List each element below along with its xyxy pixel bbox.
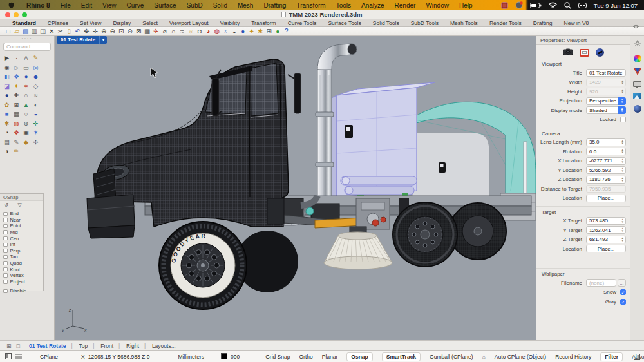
toolbar-icon[interactable]: ● — [274, 27, 283, 35]
toolbar-tab[interactable]: Transform — [245, 20, 281, 26]
toolbar-icon[interactable]: ▦ — [143, 27, 152, 35]
tool-icon[interactable]: ◇ — [31, 82, 41, 91]
display-mode-icon[interactable] — [596, 48, 604, 57]
cplane-pane-icon[interactable] — [5, 353, 12, 361]
toolbar-tab[interactable]: Drafting — [527, 20, 558, 26]
toolbar-icon[interactable]: ✥ — [82, 27, 91, 35]
panel-drag-handle[interactable]: ···· — [0, 36, 54, 41]
toolbar-icon[interactable]: ◕ — [204, 27, 213, 35]
checkbox[interactable] — [3, 289, 8, 294]
tool-icon[interactable]: ✚ — [12, 91, 21, 100]
menubar-clock[interactable]: Tue 9 Jan 12:07 — [594, 2, 638, 9]
checkbox[interactable] — [3, 224, 8, 229]
toolbar-tab[interactable]: SubD Tools — [405, 20, 444, 26]
osnap-option[interactable]: Project — [3, 279, 43, 285]
tool-icon[interactable]: ≈ — [31, 91, 41, 100]
z-location-field[interactable]: 1180.736▲▼ — [586, 176, 626, 184]
tool-icon[interactable]: ● — [2, 91, 12, 100]
tool-icon[interactable]: ❖ — [12, 72, 21, 82]
gear-icon[interactable] — [634, 37, 641, 49]
tool-icon[interactable]: ◎ — [31, 63, 41, 73]
osnap-option[interactable]: Cen — [3, 235, 43, 242]
rotation-field[interactable]: 0.0▲▼ — [586, 148, 626, 155]
tool-icon[interactable]: ∙ — [12, 53, 21, 63]
viewport-canvas[interactable]: 01 Test Rotate ▼ — [55, 36, 536, 340]
toolbar-icon[interactable]: ☼ — [187, 27, 196, 35]
toolbar-icon[interactable]: ✦ — [247, 27, 256, 35]
x-target-field[interactable]: 573.485▲▼ — [586, 217, 626, 225]
tool-icon[interactable]: ▶ — [2, 53, 12, 63]
toolbar-icon[interactable]: ✈ — [152, 27, 161, 35]
tool-icon[interactable]: ✛ — [31, 119, 41, 129]
y-target-field[interactable]: 1263.041▲▼ — [586, 226, 626, 234]
toolbar-tab[interactable]: Display — [107, 20, 137, 26]
tool-icon[interactable]: ◍ — [12, 119, 21, 129]
statusbar-item[interactable]: Filter — [600, 352, 623, 361]
statusbar-item[interactable]: SmartTrack — [382, 352, 421, 361]
toolbar-icon[interactable]: ▱ — [13, 27, 22, 35]
menu-item[interactable]: Transform — [291, 2, 330, 9]
menu-item[interactable]: Surface — [149, 2, 181, 9]
control-center-icon[interactable] — [578, 3, 587, 8]
statusbar-item[interactable]: Gumball (CPlane) — [430, 354, 473, 360]
statusbar-item[interactable]: Ortho — [299, 354, 312, 360]
tool-icon[interactable]: ▤ — [2, 138, 12, 148]
tool-icon[interactable]: ✎ — [12, 138, 21, 148]
tool-icon[interactable]: ○ — [21, 110, 31, 119]
menu-item[interactable]: File — [55, 2, 76, 9]
tool-icon[interactable]: ⊕ — [21, 119, 31, 129]
statusbar-item[interactable]: Osnap — [346, 352, 372, 361]
tool-icon[interactable]: ▣ — [21, 128, 31, 138]
checkbox[interactable] — [3, 249, 8, 253]
tool-icon[interactable]: ▲ — [21, 100, 31, 110]
osnap-option[interactable]: Point — [3, 223, 43, 229]
toolbar-icon[interactable]: ● — [239, 27, 248, 35]
close-window-button[interactable] — [5, 12, 10, 17]
osnap-option[interactable]: Near — [3, 217, 43, 224]
list-pane-icon[interactable] — [15, 354, 22, 360]
command-input[interactable] — [3, 43, 51, 51]
menu-item[interactable]: Edit — [76, 2, 97, 9]
tool-icon[interactable]: ◪ — [2, 82, 12, 91]
tool-icon[interactable]: ■ — [2, 110, 12, 119]
viewport-single-icon[interactable]: □ — [17, 343, 20, 349]
statusbar-item[interactable]: Record History — [555, 354, 591, 360]
tool-icon[interactable]: ◆ — [21, 138, 31, 148]
toolbar-tab[interactable]: Surface Tools — [322, 20, 366, 26]
toolbar-icon[interactable]: ⊖ — [108, 27, 117, 35]
toolbar-icon[interactable]: ▥ — [30, 27, 39, 35]
toolbar-icon[interactable]: ? — [282, 27, 291, 35]
statusbar-item[interactable]: X -12068.15 Y 5686.988 Z 0 — [81, 354, 150, 360]
menu-item[interactable]: View — [97, 2, 122, 9]
toolbar-tab[interactable]: Visibility — [214, 20, 246, 26]
viewport-menu-arrow[interactable]: ▼ — [99, 36, 107, 44]
apple-menu-icon[interactable] — [8, 1, 15, 9]
statusbar-item[interactable]: Grid Snap — [265, 354, 290, 360]
tool-icon[interactable]: ⊞ — [12, 100, 21, 110]
menu-item[interactable]: Window — [421, 2, 454, 9]
osnap-option[interactable]: Vertex — [3, 272, 43, 279]
checkbox[interactable] — [3, 218, 8, 222]
menu-item[interactable]: Render — [390, 2, 421, 9]
gear-icon[interactable] — [633, 21, 639, 32]
display-monitor-icon[interactable] — [633, 81, 641, 87]
tool-icon[interactable]: ∩ — [21, 91, 31, 100]
toolbar-tab[interactable]: Set View — [74, 20, 107, 26]
menu-item[interactable]: Drafting — [258, 2, 291, 9]
toolbar-icon[interactable]: ✱ — [256, 27, 265, 35]
tool-icon[interactable]: ✏ — [12, 147, 21, 157]
tool-icon[interactable]: ✿ — [2, 100, 12, 110]
toolbar-icon[interactable]: ⊕ — [100, 27, 109, 35]
checkbox[interactable] — [3, 236, 8, 241]
tool-icon[interactable]: Λ — [21, 53, 31, 63]
menu-item[interactable]: Help — [454, 2, 478, 9]
tool-icon[interactable]: ✎ — [31, 53, 41, 63]
viewport-title-label[interactable]: 01 Test Rotate — [57, 36, 99, 44]
osnap-filter-icon[interactable]: ▽ — [17, 202, 22, 208]
toolbar-tab[interactable]: Mesh Tools — [444, 20, 484, 26]
tool-icon[interactable]: ✱ — [2, 119, 12, 129]
camera-icon[interactable] — [563, 48, 573, 57]
battery-icon[interactable] — [530, 3, 542, 8]
viewport-tab[interactable]: Front — [94, 343, 120, 349]
tool-icon[interactable]: ◆ — [31, 72, 41, 82]
